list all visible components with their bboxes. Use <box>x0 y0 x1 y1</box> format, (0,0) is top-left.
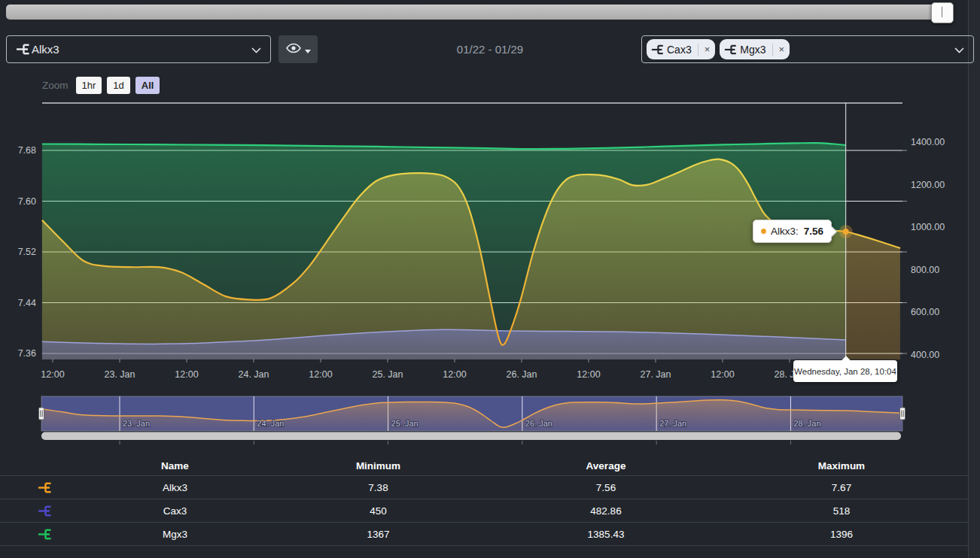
primary-series-value: Alkx3 <box>32 43 59 56</box>
row-name: Alkx3 <box>90 482 260 493</box>
svg-text:800.00: 800.00 <box>911 265 939 275</box>
series-icon <box>651 44 665 55</box>
zoom-buttons: 1hr1dAll <box>76 77 160 94</box>
row-min: 1367 <box>260 529 497 540</box>
tag-label: Mgx3 <box>740 44 765 56</box>
svg-text:12:00: 12:00 <box>309 369 332 380</box>
chart-area[interactable]: 7.367.447.527.607.68400.00600.00800.0010… <box>0 0 980 451</box>
series-tag[interactable]: Cax3× <box>647 39 715 59</box>
stats-table-rows: Alkx37.387.567.67Cax3450482.86518Mgx3136… <box>0 476 968 546</box>
horizontal-scrollbar[interactable] <box>6 5 952 20</box>
row-max: 518 <box>715 505 968 517</box>
row-min: 7.38 <box>260 482 497 493</box>
svg-text:7.60: 7.60 <box>18 196 36 207</box>
remove-tag-button[interactable]: × <box>705 44 711 54</box>
svg-text:27. Jan: 27. Jan <box>640 369 671 380</box>
svg-text:1400.00: 1400.00 <box>911 137 945 147</box>
zoom-all-button[interactable]: All <box>135 77 160 94</box>
svg-text:24. Jan: 24. Jan <box>238 369 269 380</box>
chevron-down-icon <box>251 43 261 56</box>
row-avg: 482.86 <box>497 505 715 517</box>
table-row: Alkx37.387.567.67 <box>0 476 968 499</box>
visibility-menu-button[interactable] <box>278 35 318 63</box>
svg-text:7.36: 7.36 <box>18 348 36 359</box>
primary-series-select[interactable]: Alkx3 <box>6 35 271 63</box>
svg-text:7.68: 7.68 <box>18 145 36 156</box>
svg-text:1200.00: 1200.00 <box>911 180 945 190</box>
svg-text:23. Jan: 23. Jan <box>104 369 135 380</box>
tooltip-series-label: Alkx3: <box>771 226 799 237</box>
navigator-handle-right[interactable] <box>900 408 905 420</box>
svg-text:26. Jan: 26. Jan <box>506 369 537 380</box>
tooltip-value: 7.56 <box>804 226 823 237</box>
col-maximum: Maximum <box>715 460 968 472</box>
series-tag[interactable]: Mgx3× <box>720 39 790 59</box>
row-max: 1396 <box>715 529 968 540</box>
table-header-row: Name Minimum Average Maximum <box>0 456 968 476</box>
svg-text:12:00: 12:00 <box>577 369 600 380</box>
svg-text:7.44: 7.44 <box>18 298 36 308</box>
navigator-scrollbar[interactable] <box>41 432 901 441</box>
series-icon <box>0 529 90 540</box>
series-bullet-icon <box>761 229 766 234</box>
compare-tags: Cax3×Mgx3× <box>647 39 790 59</box>
crosshair-date-tooltip: Wednesday, Jan 28, 10:04 <box>793 360 897 382</box>
zoom-controls: Zoom 1hr1dAll <box>42 77 160 94</box>
svg-text:12:00: 12:00 <box>443 369 466 380</box>
svg-text:24. Jan: 24. Jan <box>257 419 284 428</box>
table-row: Cax3450482.86518 <box>0 499 968 523</box>
stats-table: Name Minimum Average Maximum Alkx37.387.… <box>0 456 968 546</box>
svg-text:12:00: 12:00 <box>41 369 64 380</box>
table-row: Mgx313671385.431396 <box>0 523 968 546</box>
eye-icon <box>286 43 301 56</box>
tag-label: Cax3 <box>667 44 692 56</box>
compare-series-select[interactable]: Cax3×Mgx3× <box>641 35 974 63</box>
row-avg: 7.56 <box>497 482 715 493</box>
divider <box>772 44 773 56</box>
svg-text:600.00: 600.00 <box>911 307 939 317</box>
svg-text:25. Jan: 25. Jan <box>372 369 403 380</box>
col-name: Name <box>90 460 260 472</box>
date-range-label: 01/22 - 01/29 <box>346 35 634 63</box>
series-icon <box>0 505 90 517</box>
row-name: Mgx3 <box>90 529 260 540</box>
navigator-handle-left[interactable] <box>39 408 44 420</box>
svg-text:1000.00: 1000.00 <box>911 222 945 232</box>
scrollbar-handle[interactable] <box>931 2 954 23</box>
svg-text:28. Jan: 28. Jan <box>793 419 820 428</box>
row-avg: 1385.43 <box>497 529 715 540</box>
svg-text:12:00: 12:00 <box>175 369 198 380</box>
row-max: 7.67 <box>715 482 968 493</box>
svg-text:25. Jan: 25. Jan <box>391 419 418 428</box>
svg-text:27. Jan: 27. Jan <box>659 419 686 428</box>
svg-text:23. Jan: 23. Jan <box>123 419 150 428</box>
series-tooltip: Alkx3: 7.56 <box>753 220 832 243</box>
svg-text:400.00: 400.00 <box>911 350 939 360</box>
series-icon <box>0 482 90 493</box>
series-icon <box>724 44 738 55</box>
row-name: Cax3 <box>90 505 260 517</box>
col-average: Average <box>497 460 715 472</box>
remove-tag-button[interactable]: × <box>779 44 785 54</box>
divider <box>698 44 698 56</box>
svg-text:7.52: 7.52 <box>18 247 36 257</box>
svg-text:12:00: 12:00 <box>711 369 734 380</box>
zoom-1d-button[interactable]: 1d <box>107 77 129 94</box>
row-min: 450 <box>260 505 497 517</box>
series-icon <box>16 44 31 55</box>
col-minimum: Minimum <box>260 460 497 472</box>
zoom-1hr-button[interactable]: 1hr <box>76 77 102 94</box>
chevron-down-icon <box>954 43 964 56</box>
zoom-label: Zoom <box>42 80 68 91</box>
svg-text:26. Jan: 26. Jan <box>525 419 552 428</box>
caret-down-icon <box>305 43 311 56</box>
